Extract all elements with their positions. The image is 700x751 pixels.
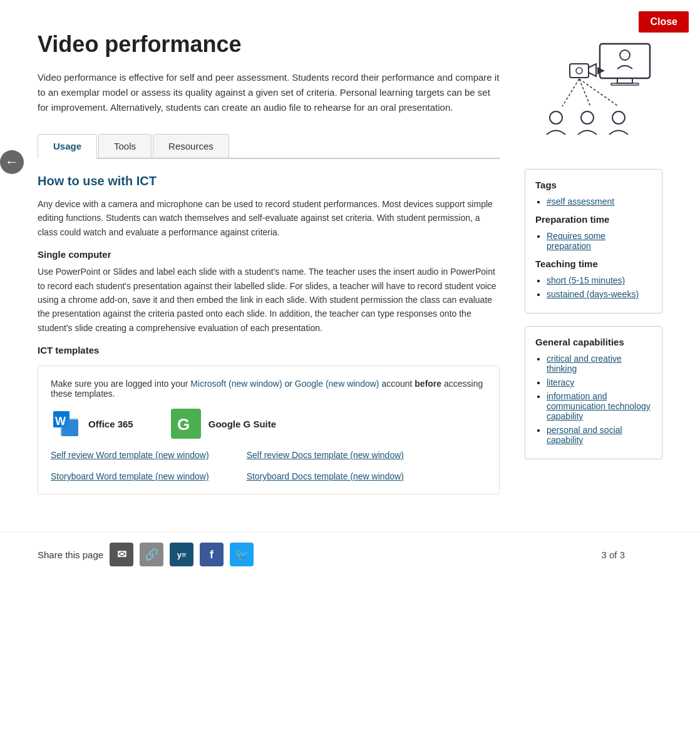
svg-line-14 [562, 79, 579, 106]
ict-templates-box: Make sure you are logged into your Micro… [38, 365, 500, 494]
share-yammer-button[interactable]: y≡ [170, 543, 193, 566]
teaching-time-sustained-link[interactable]: sustained (days-weeks) [547, 289, 639, 299]
tag-self-assessment: #self assessment [547, 197, 652, 207]
gsuite-icon: G [171, 409, 201, 439]
google-link[interactable]: Google (new window) [295, 379, 379, 389]
single-computer-text: Use PowerPoint or Slides and label each … [38, 265, 500, 335]
teaching-time-short: short (5-15 minutes) [547, 275, 652, 285]
template-links-row: Self review Word template (new window) S… [51, 450, 486, 481]
capability-literacy-link[interactable]: literacy [547, 377, 574, 387]
storyboard-docs-link[interactable]: Storyboard Docs template (new window) [247, 471, 404, 481]
svg-point-13 [576, 68, 582, 74]
gsuite-logo-item: G Google G Suite [171, 409, 276, 439]
office-logos-row: W Office 365 G Google G Suite [51, 409, 486, 439]
capability-critical-link[interactable]: critical and creative thinking [547, 354, 622, 374]
side-column: Tags #self assessment Preparation time R… [525, 31, 662, 494]
svg-rect-8 [600, 44, 650, 78]
teaching-time-list: short (5-15 minutes) sustained (days-wee… [535, 275, 652, 299]
tags-title: Tags [535, 180, 652, 190]
page-title: Video performance [38, 31, 500, 58]
share-label: Share this page [38, 549, 103, 560]
capability-ict-link[interactable]: information and communication technology… [547, 391, 651, 421]
tab-usage[interactable]: Usage [38, 134, 97, 159]
single-computer-heading: Single computer [38, 249, 500, 260]
svg-line-15 [579, 79, 590, 106]
gsuite-label: Google G Suite [208, 419, 276, 429]
tab-tools[interactable]: Tools [98, 134, 152, 158]
ict-intro-before: Make sure you are logged into your [51, 379, 190, 389]
office365-icon: W [51, 409, 81, 439]
usage-intro-text: Any device with a camera and microphone … [38, 197, 500, 239]
self-review-word-link[interactable]: Self review Word template (new window) [51, 450, 209, 460]
capability-ict: information and communication technology… [547, 391, 652, 421]
tags-list: #self assessment [535, 197, 652, 207]
tag-self-assessment-link[interactable]: #self assessment [547, 197, 614, 207]
microsoft-link[interactable]: Microsoft (new window) [190, 379, 282, 389]
storyboard-word-link[interactable]: Storyboard Word template (new window) [51, 471, 209, 481]
page-description: Video performance is effective for self … [38, 70, 500, 115]
capability-personal: personal and social capability [547, 425, 652, 445]
svg-rect-10 [611, 83, 639, 85]
ict-intro-middle: or [285, 379, 295, 389]
hero-illustration [525, 31, 662, 156]
capabilities-card: General capabilities critical and creati… [525, 326, 662, 459]
self-review-docs-link[interactable]: Self review Docs template (new window) [247, 450, 404, 460]
office365-label: Office 365 [88, 419, 133, 429]
prep-time-link[interactable]: Requires some preparation [547, 231, 605, 251]
back-button[interactable]: ← [0, 150, 24, 174]
capabilities-list: critical and creative thinking literacy … [535, 354, 652, 445]
share-email-button[interactable]: ✉ [110, 543, 133, 566]
ict-bold: before [414, 379, 441, 389]
svg-text:G: G [177, 415, 190, 434]
svg-text:W: W [55, 415, 66, 427]
tags-card: Tags #self assessment Preparation time R… [525, 169, 662, 314]
ict-intro: Make sure you are logged into your Micro… [51, 379, 486, 399]
capabilities-title: General capabilities [535, 337, 652, 347]
teaching-time-short-link[interactable]: short (5-15 minutes) [547, 275, 625, 285]
svg-point-17 [550, 111, 562, 124]
close-button[interactable]: Close [639, 11, 689, 33]
main-content: Video performance Video performance is e… [38, 31, 500, 494]
teaching-time-title: Teaching time [535, 258, 652, 269]
prep-time-title: Preparation time [535, 214, 652, 225]
svg-point-19 [612, 111, 625, 124]
prep-time-item: Requires some preparation [547, 231, 652, 251]
ict-templates-heading: ICT templates [38, 345, 500, 355]
modal-overlay: Close ← Video performance Video performa… [0, 0, 700, 751]
tab-bar: Usage Tools Resources [38, 134, 500, 159]
capability-literacy: literacy [547, 377, 652, 387]
svg-rect-12 [570, 64, 589, 78]
pagination-label: 3 of 3 [601, 549, 662, 560]
share-twitter-button[interactable]: 🐦 [230, 543, 254, 566]
tab-resources[interactable]: Resources [153, 134, 229, 158]
usage-section-title: How to use with ICT [38, 174, 500, 188]
share-bar: Share this page ✉ 🔗 y≡ f 🐦 3 of 3 [0, 532, 700, 576]
capability-critical: critical and creative thinking [547, 354, 652, 374]
ict-intro-after: account [381, 379, 414, 389]
capability-personal-link[interactable]: personal and social capability [547, 425, 622, 445]
share-facebook-button[interactable]: f [200, 543, 224, 566]
video-performance-illustration [525, 31, 662, 156]
svg-point-11 [620, 50, 630, 60]
svg-point-18 [581, 111, 594, 124]
office365-logo-item: W Office 365 [51, 409, 133, 439]
prep-time-list: Requires some preparation [535, 231, 652, 251]
office-template-col: Self review Word template (new window) S… [51, 450, 209, 481]
google-template-col: Self review Docs template (new window) S… [247, 450, 404, 481]
share-link-button[interactable]: 🔗 [140, 543, 163, 566]
teaching-time-sustained: sustained (days-weeks) [547, 289, 652, 299]
